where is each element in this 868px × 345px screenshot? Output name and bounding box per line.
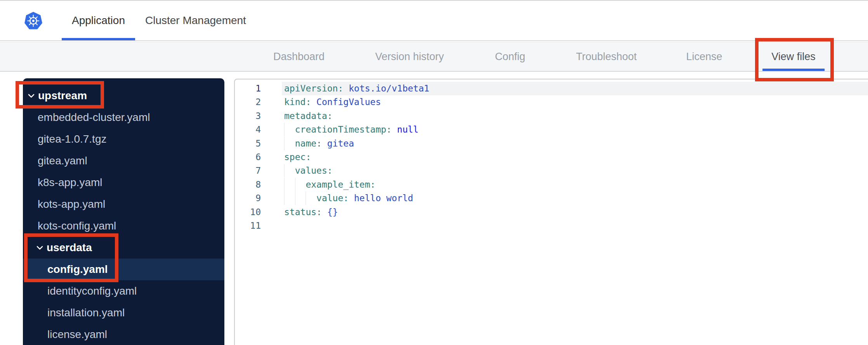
line-number: 2	[235, 95, 284, 109]
header-tab-label: Cluster Management	[145, 14, 246, 27]
tree-item-label: license.yaml	[47, 328, 107, 341]
code-line-text: spec:	[284, 150, 868, 164]
tree-item-label: installation.yaml	[47, 307, 125, 319]
line-number: 11	[235, 219, 284, 233]
app-header: ApplicationCluster Management	[0, 1, 868, 41]
tree-item-label: gitea-1.0.7.tgz	[38, 133, 106, 145]
subnav-tab-label: Dashboard	[273, 51, 325, 63]
tree-file-license-yaml[interactable]: license.yaml	[23, 324, 224, 345]
code-line-active: 1apiVersion: kots.io/v1beta1	[235, 82, 868, 95]
code-line: 7values:	[235, 164, 868, 178]
line-number: 6	[235, 150, 284, 164]
subnav-tab-license[interactable]: License	[686, 42, 722, 71]
code-line: 10status: {}	[235, 205, 868, 219]
subnav-tab-dashboard[interactable]: Dashboard	[273, 42, 325, 71]
code-line-text: name: gitea	[284, 137, 868, 150]
code-line: 6spec:	[235, 150, 868, 164]
tree-item-label: config.yaml	[47, 263, 108, 276]
tree-file-config-yaml[interactable]: config.yaml	[23, 259, 224, 280]
app-subnav: DashboardVersion historyConfigTroublesho…	[0, 42, 868, 72]
line-number: 1	[235, 82, 284, 95]
kubernetes-logo-icon	[24, 10, 42, 31]
code-editor[interactable]: 1apiVersion: kots.io/v1beta12kind: Confi…	[234, 79, 868, 345]
tree-file-k8s-app-yaml[interactable]: k8s-app.yaml	[23, 172, 224, 193]
tree-item-label: upstream	[38, 90, 87, 102]
code-line-text: metadata:	[284, 109, 868, 123]
chevron-down-icon[interactable]	[36, 246, 43, 250]
indent-guide	[284, 164, 295, 178]
subnav-tab-troubleshoot[interactable]: Troubleshoot	[576, 42, 637, 71]
code-line-text: values:	[284, 164, 868, 178]
indent-guide	[284, 178, 295, 191]
tree-file-embedded-cluster-yaml[interactable]: embedded-cluster.yaml	[23, 107, 224, 128]
tree-item-label: embedded-cluster.yaml	[38, 111, 150, 124]
line-number: 3	[235, 109, 284, 123]
tree-file-kots-app-yaml[interactable]: kots-app.yaml	[23, 193, 224, 215]
line-number: 7	[235, 164, 284, 178]
tree-item-label: kots-config.yaml	[38, 220, 116, 232]
code-line: 11	[235, 219, 868, 233]
indent-guide	[284, 191, 295, 205]
subnav-tab-label: Troubleshoot	[576, 51, 637, 63]
tree-file-installation-yaml[interactable]: installation.yaml	[23, 302, 224, 324]
code-line-text	[284, 219, 868, 233]
subnav-tab-label: License	[686, 51, 722, 63]
line-number: 9	[235, 191, 284, 205]
subnav-tab-label: View files	[771, 51, 816, 63]
code-line-text: apiVersion: kots.io/v1beta1	[284, 82, 868, 95]
line-number: 5	[235, 137, 284, 150]
subnav-tab-config[interactable]: Config	[495, 42, 525, 71]
header-tab-cluster-management[interactable]: Cluster Management	[135, 1, 256, 40]
tree-file-kots-config-yaml[interactable]: kots-config.yaml	[23, 215, 224, 237]
header-tab-label: Application	[72, 14, 125, 27]
tree-file-gitea-1-0-7-tgz[interactable]: gitea-1.0.7.tgz	[23, 128, 224, 150]
indent-guide	[306, 191, 316, 205]
tree-item-label: identityconfig.yaml	[47, 285, 137, 297]
indent-guide	[295, 191, 306, 205]
code-line-text: example_item:	[284, 178, 868, 191]
subnav-tab-view-files[interactable]: View files	[771, 42, 816, 71]
file-tree-sidebar[interactable]: upstreamembedded-cluster.yamlgitea-1.0.7…	[23, 78, 224, 345]
subnav-tab-version-history[interactable]: Version history	[375, 42, 444, 71]
line-number: 4	[235, 123, 284, 136]
indent-guide	[295, 178, 306, 191]
code-line: 4creationTimestamp: null	[235, 123, 868, 136]
code-line: 8example_item:	[235, 178, 868, 191]
chevron-down-icon[interactable]	[28, 94, 35, 98]
tree-file-gitea-yaml[interactable]: gitea.yaml	[23, 150, 224, 172]
code-line: 5name: gitea	[235, 137, 868, 150]
subnav-tab-label: Version history	[375, 51, 444, 63]
indent-guide	[284, 123, 295, 136]
tree-folder-upstream[interactable]: upstream	[23, 85, 224, 107]
subnav-tab-label: Config	[495, 51, 525, 63]
line-number: 8	[235, 178, 284, 191]
tree-folder-userdata[interactable]: userdata	[23, 237, 224, 259]
header-tabs: ApplicationCluster Management	[62, 1, 256, 40]
code-line: 2kind: ConfigValues	[235, 95, 868, 109]
code-line: 9value: hello world	[235, 191, 868, 205]
tree-item-label: userdata	[47, 242, 92, 254]
tree-item-label: kots-app.yaml	[38, 198, 105, 210]
tree-file-identityconfig-yaml[interactable]: identityconfig.yaml	[23, 280, 224, 302]
tree-item-label: k8s-app.yaml	[38, 176, 102, 189]
code-line-text: kind: ConfigValues	[284, 95, 868, 109]
tree-item-label: gitea.yaml	[38, 155, 87, 167]
code-line-text: value: hello world	[284, 191, 868, 205]
indent-guide	[284, 137, 295, 150]
code-line-text: status: {}	[284, 205, 868, 219]
header-tab-application[interactable]: Application	[62, 1, 135, 40]
line-number: 10	[235, 205, 284, 219]
code-line: 3metadata:	[235, 109, 868, 123]
code-line-text: creationTimestamp: null	[284, 123, 868, 136]
